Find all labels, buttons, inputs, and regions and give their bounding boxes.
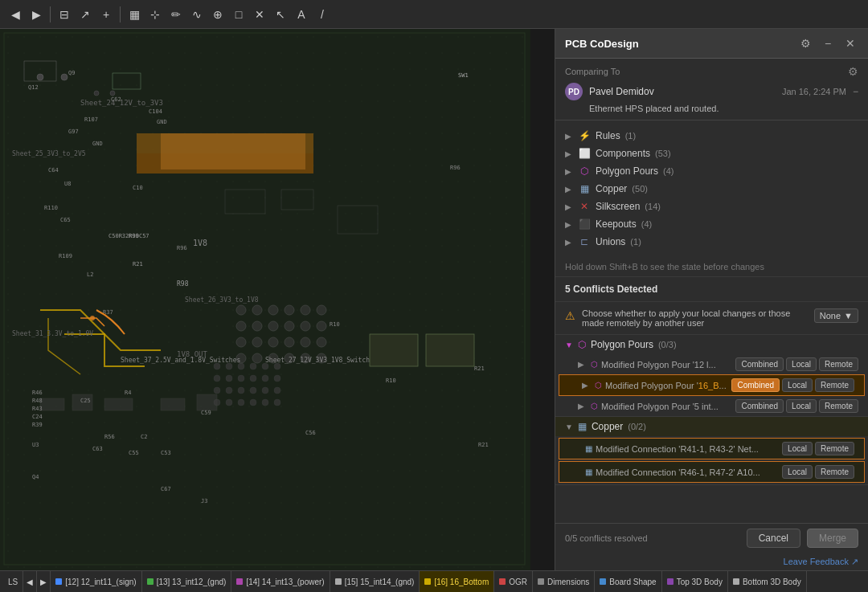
tree-count-unions: (1) bbox=[630, 237, 641, 247]
layer-13-dot bbox=[147, 578, 154, 585]
pi1-arrow: ▶ bbox=[578, 360, 584, 369]
cancel-button[interactable]: Cancel bbox=[747, 529, 800, 548]
layer-12-dot bbox=[55, 578, 62, 585]
toolbar-pin[interactable]: ⊕ bbox=[209, 6, 227, 23]
tree-item-rules[interactable]: ▶ ⚡ Rules (1) bbox=[555, 127, 868, 145]
polygon-group-header[interactable]: ▼ ⬡ Polygon Pours (0/3) bbox=[555, 335, 868, 354]
panel-title: PCB CoDesign bbox=[565, 38, 639, 50]
keepouts-icon: ⬛ bbox=[578, 218, 591, 231]
dropdown-arrow-icon: ▼ bbox=[844, 311, 853, 320]
svg-point-93 bbox=[238, 363, 244, 369]
ci2-remote-btn[interactable]: Remote bbox=[815, 465, 854, 479]
pi1-local-btn[interactable]: Local bbox=[786, 357, 817, 371]
settings-icon[interactable]: ⚙ bbox=[797, 35, 813, 51]
layer-14[interactable]: [14] 14_int13_(power) bbox=[231, 571, 330, 592]
tree-item-keepouts[interactable]: ▶ ⬛ Keepouts (4) bbox=[555, 215, 868, 233]
tree-count-keepouts: (4) bbox=[641, 219, 652, 229]
layer-15-label: [15] 15_int14_(gnd) bbox=[345, 578, 415, 586]
layer-ogr[interactable]: OGR bbox=[494, 571, 533, 592]
tree-arrow-keepouts: ▶ bbox=[565, 220, 573, 229]
svg-point-103 bbox=[214, 387, 220, 394]
toolbar-filter[interactable]: ⊟ bbox=[55, 6, 73, 23]
svg-point-7 bbox=[61, 74, 68, 80]
pi1-remote-btn[interactable]: Remote bbox=[819, 357, 858, 371]
svg-point-111 bbox=[238, 399, 244, 406]
layer-15[interactable]: [15] 15_int14_(gnd) bbox=[330, 571, 420, 592]
feedback-link[interactable]: Leave Feedback ↗ bbox=[784, 557, 858, 566]
svg-rect-71 bbox=[161, 398, 185, 410]
toolbar-arrow[interactable]: ◀ bbox=[6, 6, 24, 23]
toolbar-wave[interactable]: ∿ bbox=[188, 6, 206, 23]
svg-point-106 bbox=[250, 387, 256, 394]
toolbar-text[interactable]: A bbox=[293, 6, 310, 23]
layer-12[interactable]: [12] 12_int11_(sign) bbox=[51, 571, 141, 592]
pi2-actions: Combined Local Remote bbox=[731, 378, 854, 392]
tree-item-polygon[interactable]: ▶ ⬡ Polygon Pours (4) bbox=[555, 162, 868, 180]
components-icon: ⬜ bbox=[578, 147, 591, 160]
ci1-remote-btn[interactable]: Remote bbox=[815, 442, 854, 455]
svg-rect-2 bbox=[0, 29, 530, 570]
svg-point-104 bbox=[226, 387, 232, 394]
status-nav[interactable]: ◀ bbox=[23, 571, 37, 592]
none-dropdown[interactable]: None ▼ bbox=[814, 308, 858, 323]
toolbar-cursor[interactable]: ↖ bbox=[272, 6, 289, 23]
toolbar-chart[interactable]: ▦ bbox=[125, 6, 143, 23]
copper-group-header[interactable]: ▼ ▦ Copper (0/2) bbox=[555, 417, 868, 436]
toolbar-route[interactable]: ↗ bbox=[76, 6, 94, 23]
tree-item-components[interactable]: ▶ ⬜ Components (53) bbox=[555, 145, 868, 162]
toolbar-draw[interactable]: ✏ bbox=[167, 6, 185, 23]
layer-top-3d[interactable]: Top 3D Body bbox=[662, 571, 728, 592]
comparing-label-text: Comparing To bbox=[565, 67, 620, 76]
tree-arrow-rules: ▶ bbox=[565, 132, 573, 141]
pi3-local-btn[interactable]: Local bbox=[786, 399, 817, 413]
layer-board-shape[interactable]: Board Shape bbox=[595, 571, 661, 592]
ci2-local-btn[interactable]: Local bbox=[782, 465, 813, 479]
toolbar-add[interactable]: + bbox=[97, 6, 115, 23]
toolbar-pen[interactable]: / bbox=[313, 6, 331, 23]
tree-item-unions[interactable]: ▶ ⊏ Unions (1) bbox=[555, 233, 868, 251]
pi1-combined-btn[interactable]: Combined bbox=[735, 357, 784, 371]
collapse-icon[interactable]: − bbox=[853, 86, 858, 97]
toolbar-move[interactable]: ⊹ bbox=[146, 6, 164, 23]
svg-text:C25: C25 bbox=[80, 398, 91, 404]
copper-group-icon: ▦ bbox=[578, 421, 587, 432]
pi2-combined-btn[interactable]: Combined bbox=[731, 378, 780, 392]
layer-16[interactable]: [16] 16_Bottom bbox=[420, 571, 494, 592]
minus-icon[interactable]: − bbox=[820, 35, 836, 51]
pi3-combined-btn[interactable]: Combined bbox=[735, 399, 784, 413]
svg-rect-5 bbox=[161, 133, 305, 169]
svg-text:R48: R48 bbox=[32, 398, 43, 404]
svg-point-17 bbox=[317, 305, 326, 315]
toolbar-cross[interactable]: ✕ bbox=[251, 6, 268, 23]
layer-board-shape-dot bbox=[600, 578, 606, 585]
layer-13[interactable]: [13] 13_int12_(gnd) bbox=[142, 571, 232, 592]
pi3-remote-btn[interactable]: Remote bbox=[819, 399, 858, 413]
layer-15-dot bbox=[335, 578, 342, 585]
close-icon[interactable]: ✕ bbox=[842, 35, 858, 51]
tree-item-copper[interactable]: ▶ ▦ Copper (50) bbox=[555, 180, 868, 198]
layer-bottom-3d[interactable]: Bottom 3D Body bbox=[728, 571, 807, 592]
ci1-local-btn[interactable]: Local bbox=[782, 442, 813, 455]
toolbar-rect[interactable]: □ bbox=[230, 6, 248, 23]
svg-text:R46: R46 bbox=[32, 390, 43, 396]
layer-16-dot bbox=[424, 578, 431, 585]
toolbar-sep-2 bbox=[120, 6, 121, 22]
svg-text:U8: U8 bbox=[64, 181, 71, 187]
conflicts-section: 5 Conflicts Detected ⚠ Choose whether to… bbox=[555, 277, 868, 523]
layer-dimensions[interactable]: Dimensions bbox=[533, 571, 595, 592]
comparing-gear-icon[interactable]: ⚙ bbox=[848, 65, 858, 78]
svg-text:C67: C67 bbox=[161, 486, 171, 492]
polygon-group-icon: ⬡ bbox=[578, 339, 586, 350]
svg-text:R107: R107 bbox=[84, 116, 98, 123]
merge-button[interactable]: Merge bbox=[807, 529, 858, 548]
pi2-local-btn[interactable]: Local bbox=[782, 378, 813, 392]
svg-text:1V8: 1V8 bbox=[193, 239, 207, 247]
pi2-remote-btn[interactable]: Remote bbox=[815, 378, 854, 392]
toolbar-forward[interactable]: ▶ bbox=[27, 6, 45, 23]
svg-text:J3: J3 bbox=[201, 498, 207, 504]
svg-text:C104: C104 bbox=[149, 108, 162, 115]
tree-item-silkscreen[interactable]: ▶ ✕ Silkscreen (14) bbox=[555, 198, 868, 215]
copper-item-2: ▦ Modified Connection 'R46-1, R47-2' A10… bbox=[559, 461, 865, 483]
layer-board-shape-label: Board Shape bbox=[609, 578, 656, 586]
status-nav-fwd[interactable]: ▶ bbox=[37, 571, 51, 592]
